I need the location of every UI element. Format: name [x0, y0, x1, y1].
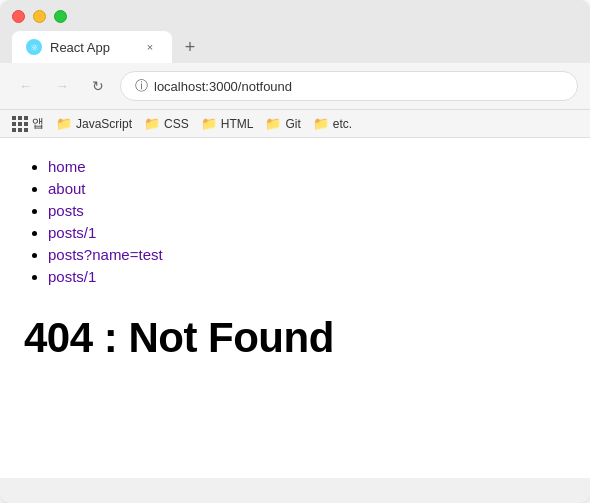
browser-tab[interactable]: ⚛ React App × [12, 31, 172, 63]
security-info-icon: ⓘ [135, 77, 148, 95]
bookmark-javascript[interactable]: 📁 JavaScript [56, 116, 132, 131]
list-item: about [48, 180, 566, 198]
home-link[interactable]: home [48, 158, 86, 175]
bookmark-etc[interactable]: 📁 etc. [313, 116, 352, 131]
error-message: 404 : Not Found [24, 314, 566, 362]
folder-icon: 📁 [313, 116, 329, 131]
address-bar[interactable]: ⓘ localhost:3000/notfound [120, 71, 578, 101]
react-favicon: ⚛ [26, 39, 42, 55]
page-content: home about posts posts/1 posts?name=test… [0, 138, 590, 478]
bookmark-html[interactable]: 📁 HTML [201, 116, 254, 131]
browser-window: ⚛ React App × + ← → ↻ ⓘ localhost:3000/n… [0, 0, 590, 503]
bookmark-git-label: Git [285, 117, 300, 131]
folder-icon: 📁 [56, 116, 72, 131]
folder-icon: 📁 [144, 116, 160, 131]
back-button[interactable]: ← [12, 72, 40, 100]
nav-links-list: home about posts posts/1 posts?name=test… [24, 158, 566, 286]
posts-query-link[interactable]: posts?name=test [48, 246, 163, 263]
address-text: localhost:3000/notfound [154, 79, 292, 94]
error-code: 404 [24, 314, 93, 361]
error-separator: : [104, 314, 118, 361]
bookmark-javascript-label: JavaScript [76, 117, 132, 131]
folder-icon: 📁 [265, 116, 281, 131]
bookmark-apps[interactable]: 앱 [12, 115, 44, 132]
title-bar: ⚛ React App × + [0, 0, 590, 63]
posts1-link[interactable]: posts/1 [48, 224, 96, 241]
list-item: posts/1 [48, 268, 566, 286]
posts-link[interactable]: posts [48, 202, 84, 219]
list-item: posts/1 [48, 224, 566, 242]
error-text: Not Found [128, 314, 333, 361]
bookmark-css-label: CSS [164, 117, 189, 131]
bookmark-apps-label: 앱 [32, 115, 44, 132]
folder-icon: 📁 [201, 116, 217, 131]
apps-grid-icon [12, 116, 28, 132]
bookmark-git[interactable]: 📁 Git [265, 116, 300, 131]
forward-button[interactable]: → [48, 72, 76, 100]
list-item: home [48, 158, 566, 176]
tab-close-button[interactable]: × [142, 39, 158, 55]
bookmark-etc-label: etc. [333, 117, 352, 131]
maximize-window-button[interactable] [54, 10, 67, 23]
bookmark-html-label: HTML [221, 117, 254, 131]
traffic-lights [12, 10, 578, 23]
about-link[interactable]: about [48, 180, 86, 197]
bookmark-css[interactable]: 📁 CSS [144, 116, 189, 131]
close-window-button[interactable] [12, 10, 25, 23]
tab-title: React App [50, 40, 134, 55]
bookmarks-bar: 앱 📁 JavaScript 📁 CSS 📁 HTML 📁 Git 📁 etc. [0, 110, 590, 138]
posts1-dup-link[interactable]: posts/1 [48, 268, 96, 285]
tab-bar: ⚛ React App × + [12, 31, 578, 63]
minimize-window-button[interactable] [33, 10, 46, 23]
list-item: posts [48, 202, 566, 220]
nav-bar: ← → ↻ ⓘ localhost:3000/notfound [0, 63, 590, 110]
new-tab-button[interactable]: + [176, 33, 204, 61]
list-item: posts?name=test [48, 246, 566, 264]
reload-button[interactable]: ↻ [84, 72, 112, 100]
